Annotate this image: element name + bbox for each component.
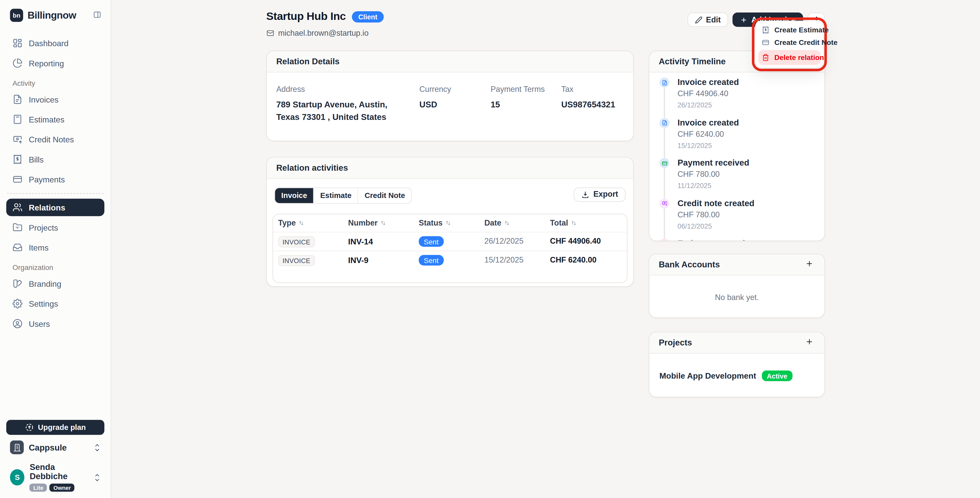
sidebar-collapse-button[interactable] (91, 9, 103, 22)
table-spacer (273, 269, 627, 282)
column-label: Number (348, 218, 378, 227)
brand-logo: bn (10, 9, 23, 22)
menu-item-label: Delete relation (774, 54, 824, 61)
export-button[interactable]: Export (574, 187, 625, 201)
column-header-type[interactable]: Type (273, 218, 343, 227)
event-date: 26/12/2025 (678, 101, 739, 109)
account-selector[interactable]: S Senda Debbiche Lite Owner (6, 456, 104, 493)
sidebar-item-dashboard[interactable]: Dashboard (6, 35, 104, 52)
card-title: Relation Details (276, 57, 339, 66)
trash-icon (762, 54, 769, 61)
event-amount: CHF 44906.40 (678, 89, 739, 98)
menu-item-create-credit-note[interactable]: Create Credit Note (758, 36, 821, 49)
export-label: Export (593, 190, 618, 199)
workspace-name: Cappsule (29, 443, 67, 452)
projects-body: Mobile App Development Active (649, 353, 824, 390)
sidebar-item-payments[interactable]: Payments (6, 171, 104, 188)
calculator-icon (13, 114, 22, 124)
role-badge: Owner (50, 484, 75, 492)
activities-table: Type Number Status (272, 213, 628, 283)
circle-arrow-up-icon (25, 423, 33, 432)
project-row[interactable]: Mobile App Development Active (659, 371, 815, 381)
column-header-number[interactable]: Number (343, 218, 414, 227)
bank-empty-text: No bank yet. (715, 293, 759, 301)
sidebar-item-label: Relations (29, 203, 65, 212)
invoice-file-icon (13, 94, 22, 104)
payment-event-icon (659, 158, 670, 168)
sidebar-item-bills[interactable]: Bills (6, 151, 104, 168)
swatch-icon (13, 278, 22, 288)
field-value: 15 (490, 99, 561, 111)
sidebar-item-label: Bills (29, 154, 44, 164)
sidebar-item-label: Settings (29, 299, 58, 309)
table-row[interactable]: INVOICE INV-9 Sent 15/12/2025 CHF 6240.0… (273, 250, 627, 269)
email-text: michael.brown@startup.io (278, 29, 369, 38)
panel-toggle-icon (92, 10, 102, 18)
sidebar-item-projects[interactable]: Projects (6, 219, 104, 236)
field-value: 789 Startup Avenue, Austin, Texas 73301 … (276, 99, 419, 124)
workspace-selector[interactable]: Cappsule (6, 435, 104, 456)
page-header: Startup Hub Inc Client michael.brown@sta… (266, 10, 825, 38)
card-title: Relation activities (276, 163, 348, 172)
event-amount: CHF 780.00 (678, 170, 749, 178)
column-label: Status (419, 218, 443, 227)
event-title: Estimate created (678, 239, 745, 241)
column-header-status[interactable]: Status (414, 218, 479, 227)
sort-icon (298, 220, 304, 226)
type-pill: INVOICE (278, 236, 315, 247)
sidebar-item-branding[interactable]: Branding (6, 275, 104, 293)
sort-icon (571, 220, 577, 226)
sidebar-item-label: Invoices (29, 95, 59, 104)
sidebar-item-estimates[interactable]: Estimates (6, 110, 104, 128)
app: bn Billingnow Dashboard Reporting Activi… (0, 0, 980, 498)
sidebar-section-activity: Activity (6, 74, 104, 91)
sidebar-item-relations[interactable]: Relations (6, 199, 104, 216)
edit-button[interactable]: Edit (687, 13, 729, 27)
field-label: Payment Terms (490, 85, 561, 94)
sidebar-item-items[interactable]: Items (6, 239, 104, 256)
plus-icon (805, 337, 814, 346)
brand-name: Billingnow (27, 10, 76, 21)
project-status-badge: Active (762, 371, 792, 381)
upgrade-plan-button[interactable]: Upgrade plan (6, 420, 104, 435)
menu-item-delete-relation[interactable]: Delete relation (758, 50, 821, 65)
menu-item-create-estimate[interactable]: Create Estimate (758, 24, 821, 36)
activity-timeline-card: Activity Timeline Invoice created CHF 44… (649, 51, 825, 241)
column-header-date[interactable]: Date (479, 218, 545, 227)
sidebar-item-credit-notes[interactable]: Credit Notes (6, 130, 104, 148)
sidebar-item-settings[interactable]: Settings (6, 295, 104, 312)
tab-credit-note[interactable]: Credit Note (358, 188, 411, 203)
add-project-button[interactable] (803, 336, 815, 349)
page-header-left: Startup Hub Inc Client michael.brown@sta… (266, 10, 383, 38)
relation-activities-header: Relation activities (267, 157, 633, 178)
event-title: Invoice created (678, 118, 739, 127)
tab-invoice[interactable]: Invoice (275, 188, 314, 203)
sidebar-item-reporting[interactable]: Reporting (6, 54, 104, 72)
bank-accounts-card: Bank Accounts No bank yet. (649, 254, 825, 318)
envelope-icon (266, 29, 274, 37)
sidebar-item-label: Branding (29, 279, 61, 288)
tab-estimate[interactable]: Estimate (314, 188, 358, 203)
folder-icon (13, 223, 22, 232)
credit-card-icon (762, 39, 769, 46)
user-circle-icon (13, 319, 22, 329)
inbox-icon (13, 242, 22, 252)
invoice-number: INV-9 (343, 255, 414, 264)
projects-header: Projects (649, 333, 824, 353)
card-title: Bank Accounts (659, 260, 720, 269)
left-column: Relation Details Address 789 Startup Ave… (266, 51, 634, 286)
table-header-row: Type Number Status (273, 214, 627, 232)
sidebar-item-label: Dashboard (29, 38, 68, 48)
table-row[interactable]: INVOICE INV-14 Sent 26/12/2025 CHF 44906… (273, 231, 627, 250)
sidebar-item-users[interactable]: Users (6, 315, 104, 333)
menu-item-label: Create Estimate (774, 26, 829, 34)
column-header-total[interactable]: Total (545, 218, 627, 227)
field-tax: Tax US987654321 (561, 85, 632, 124)
add-bank-button[interactable] (803, 258, 815, 271)
sidebar: bn Billingnow Dashboard Reporting Activi… (0, 0, 111, 498)
context-menu: Create Estimate Create Credit Note Delet… (755, 21, 824, 68)
edit-label: Edit (706, 15, 721, 24)
field-value: USD (419, 99, 490, 111)
sidebar-divider (7, 193, 104, 194)
sidebar-item-invoices[interactable]: Invoices (6, 91, 104, 108)
